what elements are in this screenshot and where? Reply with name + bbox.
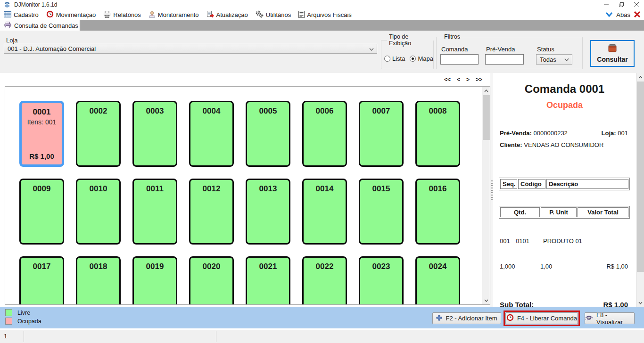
- loja-label: Loja: [6, 37, 18, 44]
- splitter-grip-icon: [491, 180, 493, 201]
- comanda-card-number: 0017: [33, 262, 51, 271]
- comanda-card-number: 0001: [33, 107, 51, 117]
- radio-lista[interactable]: Lista: [384, 55, 405, 62]
- first-page-button[interactable]: <<: [444, 76, 451, 83]
- comanda-card[interactable]: 0013: [246, 179, 290, 245]
- eye-icon: [585, 315, 593, 322]
- ocupada-color-swatch: [5, 318, 12, 325]
- radio-mapa[interactable]: Mapa: [410, 55, 433, 62]
- subtotal-row: Sub Total: R$ 1,00: [500, 301, 628, 307]
- consultar-label: Consultar: [597, 56, 627, 63]
- comanda-card[interactable]: 0021: [246, 256, 290, 304]
- comanda-card-number: 0019: [146, 262, 164, 271]
- comanda-card-number: 0006: [316, 106, 334, 116]
- loja-selected-value: 001 - D.J. Automação Comercial: [8, 45, 96, 52]
- radio-label: Lista: [392, 55, 405, 62]
- comanda-card[interactable]: 0012: [189, 179, 234, 245]
- comanda-card[interactable]: 0010: [76, 179, 121, 245]
- comanda-card[interactable]: 0016: [415, 179, 460, 245]
- scroll-up-icon[interactable]: [482, 87, 490, 95]
- comanda-card[interactable]: 0007: [359, 101, 404, 167]
- filtros-group: Filtros Comanda Pré-Venda Status Todas: [436, 33, 583, 69]
- comanda-card[interactable]: 0005: [246, 101, 290, 167]
- close-tab-icon[interactable]: [634, 11, 640, 19]
- comanda-card[interactable]: 0017: [19, 256, 64, 304]
- comanda-card[interactable]: 0001Itens: 001R$ 1,00: [19, 101, 64, 167]
- close-window-button[interactable]: [629, 0, 644, 9]
- comanda-card-number: 0018: [90, 262, 107, 271]
- item-row-values: 1,000 1,00 R$ 1,00: [500, 263, 628, 270]
- comanda-card-number: 0003: [146, 106, 164, 116]
- statusbar-divider: [24, 331, 24, 342]
- comanda-card[interactable]: 0023: [359, 256, 404, 304]
- pre-venda-label: Pré-Venda: [486, 46, 515, 53]
- loja-info-label: Loja:: [602, 130, 616, 137]
- menu-item-utilitarios[interactable]: Utilitários: [256, 10, 291, 19]
- scroll-down-icon[interactable]: [482, 296, 490, 304]
- subtotal-value: R$ 1,00: [603, 301, 628, 307]
- pre-venda-info: Pré-Venda: 0000000232: [500, 130, 568, 137]
- menu-label: Movimentação: [56, 11, 96, 18]
- comanda-card[interactable]: 0020: [189, 256, 234, 304]
- comanda-card-number: 0013: [259, 184, 277, 194]
- comanda-card-number: 0008: [429, 106, 447, 116]
- pagination: << < > >>: [444, 76, 482, 83]
- comanda-card[interactable]: 0006: [302, 101, 347, 167]
- item-descricao: PRODUTO 01: [543, 237, 582, 245]
- comanda-card-number: 0016: [429, 184, 447, 194]
- consultar-button[interactable]: Consultar: [590, 40, 635, 67]
- comanda-card[interactable]: 0004: [189, 101, 234, 167]
- comanda-card[interactable]: 0024: [415, 256, 460, 304]
- abas-label[interactable]: Abas: [616, 11, 630, 18]
- next-page-button[interactable]: >: [466, 76, 470, 83]
- menu-item-monitoramento[interactable]: Monitoramento: [149, 11, 199, 19]
- scroll-up-icon[interactable]: [636, 73, 644, 81]
- comanda-card[interactable]: 0019: [132, 256, 177, 304]
- maximize-button[interactable]: [614, 0, 629, 9]
- pre-venda-input[interactable]: [485, 54, 524, 65]
- scroll-down-icon[interactable]: [636, 299, 644, 307]
- livre-color-swatch: [5, 309, 12, 316]
- map-scroll-thumb[interactable]: [483, 95, 490, 140]
- comanda-card[interactable]: 0003: [132, 101, 177, 167]
- tab-consulta-de-comandas[interactable]: Consulta de Comandas: [0, 20, 80, 31]
- comanda-card-number: 0002: [90, 106, 107, 116]
- loja-select[interactable]: 001 - D.J. Automação Comercial: [4, 44, 377, 54]
- comanda-card-number: 0024: [429, 262, 447, 271]
- comanda-card[interactable]: 0011: [132, 179, 177, 245]
- detail-scroll-thumb[interactable]: [637, 82, 644, 272]
- comanda-card[interactable]: 0009: [19, 179, 64, 245]
- last-page-button[interactable]: >>: [476, 76, 482, 83]
- f2-adicionar-item-button[interactable]: F2 - Adicionar Item: [432, 312, 501, 324]
- menu-item-relatorios[interactable]: Relatórios: [103, 11, 141, 19]
- menu-item-atualizacao[interactable]: Atualização: [206, 11, 248, 19]
- chevron-down-icon: [369, 45, 374, 52]
- f8-visualizar-button[interactable]: F8 - Visualizar: [585, 312, 635, 324]
- status-select[interactable]: Todas: [536, 54, 572, 65]
- comanda-card[interactable]: 0022: [302, 256, 347, 304]
- radio-circle-selected: [410, 56, 416, 62]
- chevron-down-icon[interactable]: [606, 11, 612, 18]
- printer-icon: [103, 11, 111, 19]
- menu-item-movimentacao[interactable]: Movimentação: [46, 10, 96, 19]
- comanda-card[interactable]: 0002: [76, 101, 121, 167]
- detail-scrollbar[interactable]: [636, 73, 644, 307]
- menu-item-arquivos-fiscais[interactable]: Arquivos Fiscais: [298, 11, 352, 19]
- comanda-card[interactable]: 0015: [359, 179, 404, 245]
- comanda-card[interactable]: 0018: [76, 256, 121, 304]
- clock-icon: [46, 10, 54, 19]
- comanda-card-number: 0020: [203, 262, 221, 271]
- menu-item-cadastro[interactable]: Cadastro: [4, 11, 39, 19]
- minimize-button[interactable]: [599, 0, 614, 9]
- comanda-card[interactable]: 0008: [415, 101, 460, 167]
- f4-liberar-comanda-button[interactable]: F4 - Liberar Comanda: [505, 312, 578, 324]
- loja-info: Loja: 001: [602, 130, 628, 137]
- prev-page-button[interactable]: <: [457, 76, 460, 83]
- subtotal-label: Sub Total:: [500, 301, 534, 307]
- legend-label: Ocupada: [17, 318, 41, 325]
- statusbar-divider: [216, 331, 216, 342]
- map-scrollbar[interactable]: [482, 87, 490, 304]
- comanda-card[interactable]: 0014: [302, 179, 347, 245]
- comanda-input[interactable]: [440, 54, 479, 65]
- header-seq: Seq.: [500, 179, 517, 189]
